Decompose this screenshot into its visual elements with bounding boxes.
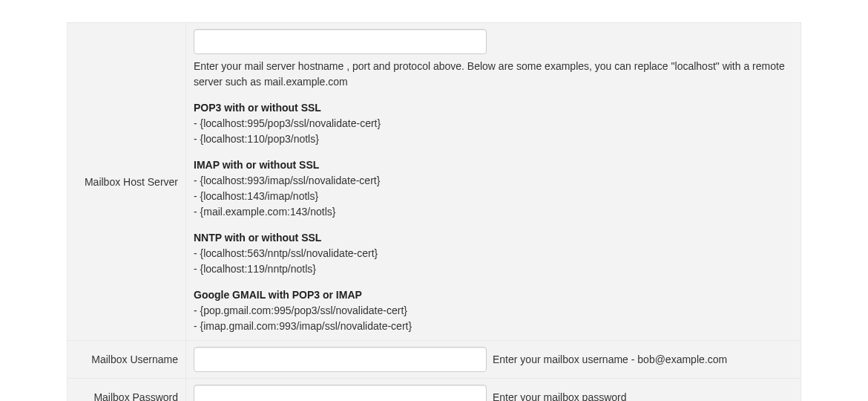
label-mailbox-username: Mailbox Username [68, 341, 186, 378]
example-title: IMAP with or without SSL [194, 157, 793, 173]
label-mailbox-host: Mailbox Host Server [68, 23, 186, 340]
label-mailbox-password: Mailbox Password [68, 379, 186, 401]
label-text: Mailbox Username [91, 353, 178, 365]
mailbox-host-input[interactable] [194, 29, 487, 54]
mailbox-username-input[interactable] [194, 347, 487, 372]
label-text: Mailbox Password [93, 391, 178, 401]
example-title: POP3 with or without SSL [194, 100, 793, 116]
example-line: - {localhost:143/imap/notls} [194, 189, 793, 204]
example-line: - {localhost:995/pop3/ssl/novalidate-cer… [194, 116, 793, 131]
example-line: - {mail.example.com:143/notls} [194, 204, 793, 220]
example-nntp: NNTP with or without SSL - {localhost:56… [194, 230, 793, 277]
example-line: - {imap.gmail.com:993/imap/ssl/novalidat… [194, 319, 793, 334]
label-text: Mailbox Host Server [85, 176, 178, 188]
row-mailbox-password: Mailbox Password Enter your mailbox pass… [67, 379, 801, 401]
mailbox-settings-table: Mailbox Host Server Enter your mail serv… [67, 22, 801, 401]
example-pop3: POP3 with or without SSL - {localhost:99… [194, 100, 793, 147]
example-gmail: Google GMAIL with POP3 or IMAP - {pop.gm… [194, 287, 793, 334]
example-imap: IMAP with or without SSL - {localhost:99… [194, 157, 793, 220]
row-mailbox-username: Mailbox Username Enter your mailbox user… [67, 341, 801, 379]
example-title: Google GMAIL with POP3 or IMAP [194, 287, 793, 303]
value-mailbox-username: Enter your mailbox username - bob@exampl… [186, 341, 800, 378]
value-mailbox-host: Enter your mail server hostname , port a… [186, 23, 800, 340]
mailbox-host-help: Enter your mail server hostname , port a… [194, 59, 793, 90]
example-line: - {localhost:119/nntp/notls} [194, 261, 793, 277]
mailbox-username-help: Enter your mailbox username - bob@exampl… [493, 353, 727, 365]
example-line: - {pop.gmail.com:995/pop3/ssl/novalidate… [194, 303, 793, 319]
mailbox-password-help: Enter your mailbox password [493, 391, 627, 401]
example-line: - {localhost:563/nntp/ssl/novalidate-cer… [194, 246, 793, 261]
example-line: - {localhost:110/pop3/notls} [194, 131, 793, 147]
example-title: NNTP with or without SSL [194, 230, 793, 246]
example-line: - {localhost:993/imap/ssl/novalidate-cer… [194, 173, 793, 189]
value-mailbox-password: Enter your mailbox password [186, 379, 800, 401]
mailbox-password-input[interactable] [194, 385, 487, 401]
row-mailbox-host: Mailbox Host Server Enter your mail serv… [67, 22, 801, 341]
